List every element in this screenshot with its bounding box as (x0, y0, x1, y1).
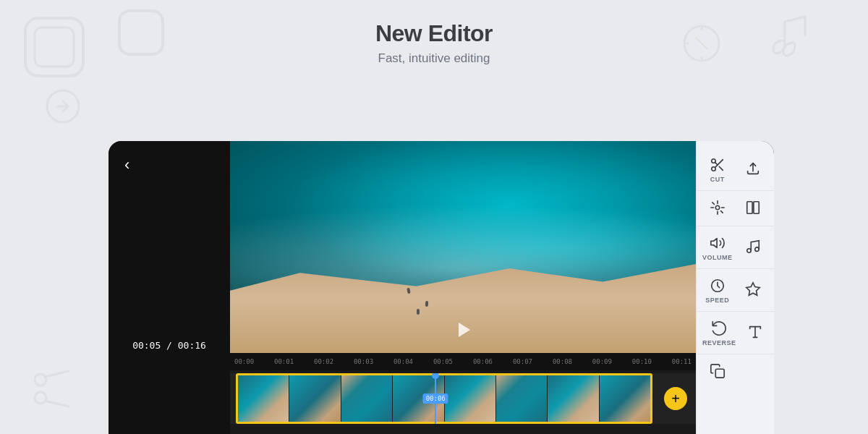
svg-point-8 (47, 90, 79, 122)
svg-point-10 (35, 392, 46, 404)
left-panel: ‹ 00:05 / 00:16 (109, 141, 230, 434)
divider-3 (697, 268, 774, 269)
split-tool[interactable] (736, 192, 772, 224)
timecode-ruler: 00:0000:0100:0200:0300:0400:0500:0600:07… (230, 353, 696, 370)
timecode-mark: 00:10 (632, 358, 652, 365)
timecode-mark: 00:11 (672, 358, 692, 365)
effects-tool[interactable] (736, 271, 772, 310)
speed-tool[interactable]: SPEED (699, 271, 736, 310)
play-button[interactable] (450, 317, 476, 343)
page-subtitle: Fast, intuitive editing (0, 51, 868, 66)
svg-point-19 (715, 205, 720, 210)
divider-4 (697, 311, 774, 312)
reverse-tool[interactable]: REVERSE (699, 313, 739, 352)
tone-tool[interactable] (699, 192, 736, 224)
playhead-label: 00:06 (423, 393, 448, 404)
export-tool[interactable] (736, 150, 772, 189)
timecode-mark: 00:00 (234, 358, 254, 365)
tool-group-6 (697, 356, 774, 388)
playhead[interactable]: 00:06 (435, 373, 436, 424)
svg-rect-27 (754, 202, 759, 214)
tool-group-2 (697, 192, 774, 224)
music-tool[interactable] (736, 228, 771, 267)
tool-group-5: REVERSE (697, 313, 774, 352)
cut-label: CUT (710, 176, 725, 183)
tool-group-3: VOLUME (697, 228, 774, 267)
surfer-3 (417, 309, 420, 315)
svg-line-17 (715, 162, 718, 165)
cut-tool[interactable]: CUT (699, 150, 736, 189)
svg-line-23 (720, 211, 723, 213)
timecode-mark: 00:09 (592, 358, 612, 365)
volume-tool[interactable]: VOLUME (699, 228, 736, 267)
divider-2 (697, 226, 774, 226)
clip-strip[interactable]: 00:06 + (230, 373, 696, 424)
svg-marker-28 (711, 239, 717, 248)
tool-group-4: SPEED (697, 271, 774, 310)
timecode-mark: 00:08 (553, 358, 572, 365)
svg-point-9 (35, 374, 46, 386)
svg-point-29 (747, 249, 752, 253)
clip-thumb-1 (238, 375, 289, 422)
right-toolbar: CUT (696, 141, 774, 434)
divider-1 (697, 190, 774, 191)
volume-label: VOLUME (702, 254, 733, 261)
timecode-mark: 00:05 (433, 358, 453, 365)
svg-rect-26 (747, 202, 752, 214)
clip-thumb-5 (445, 375, 495, 422)
clip-thumb-3 (341, 375, 392, 422)
device-mockup: ‹ 00:05 / 00:16 00:0000:0100:0200:03 (109, 141, 774, 434)
svg-point-30 (755, 247, 760, 252)
page-title: New Editor (0, 20, 868, 47)
surfer-1 (407, 288, 410, 294)
timecode-mark: 00:01 (274, 358, 294, 365)
clip-thumb-8 (600, 375, 650, 422)
timeline-area: 00:0000:0100:0200:0300:0400:0500:0600:07… (230, 353, 696, 434)
reverse-label: REVERSE (702, 339, 736, 346)
speed-label: SPEED (705, 297, 729, 304)
back-button[interactable]: ‹ (124, 157, 129, 173)
copy-tool[interactable] (699, 356, 736, 388)
timecode-mark: 00:07 (513, 358, 532, 365)
svg-line-22 (712, 203, 715, 205)
tool-group-1: CUT (697, 150, 774, 189)
timecode-mark: 00:04 (393, 358, 413, 365)
text-tool[interactable] (739, 313, 771, 352)
page-header: New Editor Fast, intuitive editing (0, 0, 868, 66)
add-clip-button[interactable]: + (664, 387, 687, 410)
svg-marker-32 (746, 283, 760, 295)
video-area: 00:0000:0100:0200:0300:0400:0500:0600:07… (230, 141, 696, 434)
svg-line-11 (45, 371, 69, 377)
timecode-mark: 00:02 (314, 358, 333, 365)
timecode-mark: 00:06 (473, 358, 493, 365)
divider-5 (697, 354, 774, 354)
timecode-mark: 00:03 (354, 358, 373, 365)
svg-rect-35 (715, 369, 724, 378)
time-display: 00:05 / 00:16 (109, 340, 230, 351)
svg-line-12 (45, 401, 69, 407)
clip-thumb-6 (496, 375, 547, 422)
svg-line-16 (719, 166, 723, 170)
timecode-marks: 00:0000:0100:0200:0300:0400:0500:0600:07… (231, 358, 694, 365)
play-icon (459, 323, 470, 337)
clip-thumb-2 (289, 375, 340, 422)
clip-thumb-7 (548, 375, 598, 422)
